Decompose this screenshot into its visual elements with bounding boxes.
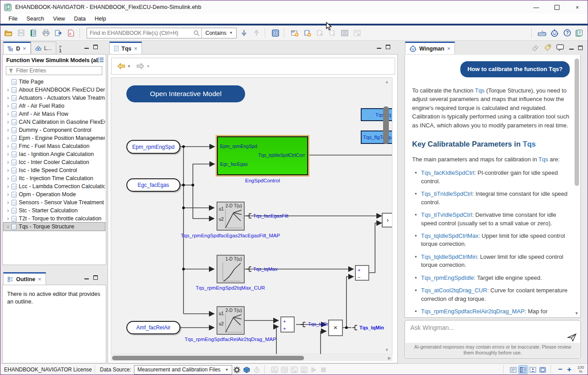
menu-view[interactable]: View [49,15,70,23]
signal-label-tqmin[interactable]: Tqs_tqMin [359,325,384,330]
vertical-scrollbar-thumb[interactable] [383,106,389,144]
menu-help[interactable]: Help [90,15,111,23]
measure-window-button[interactable]: M [270,365,279,375]
parameter-link[interactable]: Tqs_tiTnIdleSpdCtrl [421,190,472,197]
minimize-panel-icon[interactable] [84,276,89,279]
find-next-button[interactable] [238,28,249,38]
measure-na-button[interactable]: M [279,365,289,375]
lut2-name[interactable]: Tqs_rpmEngSpd2tqMax_CUR [163,285,297,291]
parameter-link[interactable]: Tqs_tqIdleSpdCtrlMin [421,253,477,260]
block-measure-button[interactable]: M [314,28,325,38]
tab-outline-close-icon[interactable]: × [38,276,42,282]
parameter-link[interactable]: Tqs_tiTvIdleSpdCtrl [421,211,472,218]
tab-wingman[interactable]: Wingman × [405,42,455,54]
view-menu-icon[interactable] [97,57,104,63]
tree-item[interactable]: ›Amf - Air Mass Flow [4,110,105,118]
tqs-link[interactable]: Tqs [475,87,485,94]
clear-chat-button[interactable] [532,45,539,51]
send-icon[interactable] [567,333,577,342]
help-button[interactable]: ? [562,28,572,38]
chevron-right-icon[interactable]: › [5,200,11,205]
maximize-panel-icon[interactable] [386,45,390,49]
chevron-right-icon[interactable]: › [5,103,11,109]
find-prev-button[interactable] [251,28,262,38]
sources-tag-button[interactable] [544,44,551,51]
chevron-right-icon[interactable]: › [5,208,11,213]
chevron-right-icon[interactable]: › [5,87,11,93]
settings-button[interactable] [232,365,242,375]
tree-item[interactable]: ›Opm - Operation Mode [4,190,105,198]
maximize-panel-icon[interactable] [93,275,98,280]
minimize-panel-icon[interactable] [377,45,381,49]
inport-amf-facrelair[interactable]: Amf_facRelAir [126,321,180,334]
view-single-button[interactable] [509,365,518,374]
tree-item[interactable]: ›Lcc - Lambda Correction Calculation [4,182,105,190]
tqs-link[interactable]: Tqs [523,140,536,148]
chevron-right-icon[interactable]: › [5,192,11,197]
filter-input[interactable] [16,67,100,74]
engspdcontrol-block[interactable]: Epm_rpmEngSpd Egc_facEgas Tqs_tqIdleSpdC… [217,136,308,175]
tree-item[interactable]: ›Actuators - Actuators Value Treatment [4,94,105,102]
window-maximize-button[interactable] [546,0,567,14]
lut-cur-block[interactable]: 1-D T(u) [217,255,245,283]
tree-item[interactable]: ›Dummy - Component Control [4,126,105,134]
lut-map-block-2[interactable]: 2-D T(u) u1 u2 [217,306,245,335]
chevron-right-icon[interactable]: › [5,152,11,157]
wingman-scrollbar-thumb[interactable] [575,59,579,186]
sum-block-2[interactable]: + + [280,316,295,333]
chevron-right-icon[interactable]: › [5,168,11,173]
export-button[interactable] [53,28,64,38]
chevron-right-icon[interactable]: › [5,216,11,221]
contains-dropdown[interactable]: Contains▼ [201,28,236,38]
chevron-right-icon[interactable]: › [5,224,11,229]
menu-file[interactable]: File [4,15,22,23]
tab-overflow-indicator[interactable]: » 1 [59,44,62,54]
scroll-up-icon[interactable]: ▲ [385,80,389,84]
chevron-right-icon[interactable]: › [5,160,11,165]
chevron-right-icon[interactable]: › [5,127,11,133]
timer-button[interactable] [252,365,262,375]
tree-item[interactable]: Title Page [4,78,105,86]
open-ehandbook-button[interactable] [28,28,39,38]
start-measurement-button[interactable] [309,365,319,375]
scroll-down-icon[interactable]: ▼ [385,348,389,352]
lut-map-block-1[interactable]: 2-D T(u) u1 u2 [217,202,245,231]
signal-label-tqmax[interactable]: Tqs_tqMax [253,266,277,272]
feedback-button[interactable] [556,44,564,51]
lut1-name[interactable]: Tqs_rpmEngSpdfacEgas2facEgasFilt_MAP [163,233,297,238]
inport-egc-facegas[interactable]: Egc_facEgas [126,178,180,192]
forward-button[interactable] [136,63,145,70]
ask-wingman-input[interactable] [405,320,580,344]
parameter-link[interactable]: Tqs_facKIdleSpdCtrl [421,169,474,176]
inport-epm-rpmengspd[interactable]: Epm_rpmEngSpd [126,140,180,154]
pdf-export-button[interactable]: A [66,28,76,38]
print-button[interactable] [41,28,51,38]
shortcuts-button[interactable] [537,28,547,38]
save-button[interactable] [16,28,26,38]
tab-documents[interactable]: D × [3,42,31,54]
back-history-dropdown[interactable]: ▼ [127,64,131,68]
interactive-model-button[interactable] [270,28,281,38]
tab-tqs-close-icon[interactable]: × [134,45,138,52]
maximize-panel-icon[interactable] [578,46,583,50]
parameter-link[interactable]: Tqs_atCool2tqDrag_CUR [421,287,487,294]
window-minimize-button[interactable]: — [526,0,546,14]
horizontal-scrollbar-thumb[interactable] [112,356,304,360]
list-view-button[interactable] [339,28,350,38]
chevron-right-icon[interactable]: › [5,176,11,181]
multiply-block[interactable]: × [328,320,343,336]
tree-item[interactable]: ›Itc - Injection Time Calculation [4,174,105,182]
maximize-panel-icon[interactable] [93,45,98,49]
tab-wingman-close-icon[interactable]: × [447,45,450,52]
lut3-name[interactable]: Tqs_rpmEngSpdfacRelAir2tqDrag_MAP [163,337,297,342]
data-source-select[interactable]: Measurement and Calibration Files ▼ [134,365,232,375]
find-input[interactable] [87,29,193,38]
tree-item[interactable]: ›CAN Calibration in Gasoline FlexECU [4,118,105,126]
tree-item[interactable]: ›Fmc - Fuel Mass Calculation [4,142,105,150]
view-navigator-button[interactable] [538,365,548,374]
add-window-button[interactable] [289,28,300,38]
tree-item[interactable]: ›Iac - Ignition Angle Calculation [4,150,105,158]
tqs-link[interactable]: Tqs [538,156,548,163]
wingman-toolbar-button[interactable] [549,28,560,38]
stop-measurement-button[interactable] [319,365,329,375]
